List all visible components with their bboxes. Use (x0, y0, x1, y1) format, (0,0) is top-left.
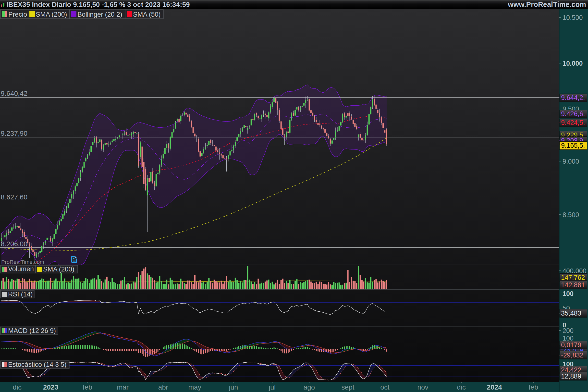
svg-text:9.000: 9.000 (562, 158, 579, 165)
svg-text:mar: mar (117, 384, 128, 391)
svg-text:Estocástico (14 3 5): Estocástico (14 3 5) (8, 361, 67, 368)
svg-text:Bollinger (20 2): Bollinger (20 2) (78, 11, 122, 18)
svg-text:IBEX35 Index Diario 9.165,50 -: IBEX35 Index Diario 9.165,50 -1,65 % 3 o… (6, 1, 190, 8)
svg-text:9.237,90: 9.237,90 (1, 130, 28, 137)
svg-text:MACD (12 26 9): MACD (12 26 9) (8, 327, 56, 334)
svg-text:10.500: 10.500 (562, 14, 583, 21)
svg-text:12,889: 12,889 (561, 373, 582, 380)
svg-text:2024: 2024 (487, 384, 502, 391)
svg-text:9.424,5.: 9.424,5. (561, 119, 585, 126)
svg-text:dic: dic (13, 384, 22, 391)
svg-text:200: 200 (562, 327, 574, 334)
svg-text:9.426,6.: 9.426,6. (561, 110, 585, 118)
svg-text:SMA (50): SMA (50) (133, 11, 161, 18)
svg-text:100: 100 (562, 290, 574, 298)
svg-text:147.762: 147.762 (561, 274, 585, 281)
svg-text:jun: jun (228, 384, 238, 391)
svg-text:RSI (14): RSI (14) (8, 290, 33, 298)
svg-text:8.500: 8.500 (562, 211, 579, 218)
svg-text:9.640,42: 9.640,42 (1, 90, 28, 97)
svg-text:Volumen: Volumen (8, 265, 34, 273)
svg-text:SMA (200): SMA (200) (43, 266, 74, 273)
svg-text:9.644,2.: 9.644,2. (561, 94, 585, 102)
svg-text:35,483: 35,483 (561, 310, 582, 317)
svg-text:ProRealTime.com: ProRealTime.com (1, 259, 44, 265)
svg-text:142.881: 142.881 (561, 281, 585, 288)
svg-text:feb: feb (529, 384, 538, 391)
svg-text:2023: 2023 (43, 384, 58, 391)
svg-text:0,0179: 0,0179 (561, 341, 582, 349)
svg-text:Precio: Precio (8, 11, 27, 18)
svg-text:jul: jul (268, 384, 276, 391)
svg-text:abr: abr (158, 384, 168, 391)
svg-text:ago: ago (304, 384, 315, 391)
svg-text:feb: feb (83, 384, 92, 391)
svg-text:8.627,60: 8.627,60 (1, 193, 28, 201)
svg-text:dic: dic (457, 384, 466, 391)
svg-text:sept: sept (342, 384, 354, 391)
svg-text:oct: oct (380, 384, 390, 391)
svg-text:10.000: 10.000 (562, 60, 583, 67)
svg-text:-29,832: -29,832 (561, 352, 584, 359)
svg-text:may: may (188, 384, 202, 391)
svg-text:www.ProRealTime.com: www.ProRealTime.com (508, 0, 586, 8)
svg-text:9.165,5.: 9.165,5. (561, 142, 585, 149)
svg-text:nov: nov (417, 384, 428, 391)
svg-text:8.206,00: 8.206,00 (1, 240, 28, 248)
svg-text:SMA (200): SMA (200) (36, 11, 67, 18)
